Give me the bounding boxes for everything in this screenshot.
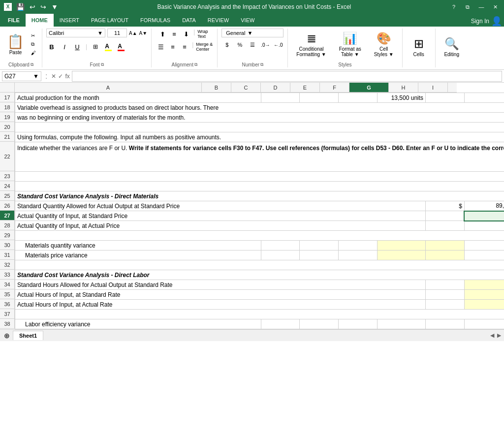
row-num-30[interactable]: 30	[0, 240, 15, 250]
row-num-25[interactable]: 25	[0, 191, 15, 201]
number-format-dropdown[interactable]: General ▼	[221, 29, 284, 37]
close-button[interactable]: ✕	[490, 2, 500, 12]
cell-d31[interactable]	[339, 251, 378, 260]
cell-b17[interactable]	[261, 93, 300, 103]
percent-button[interactable]: %	[234, 39, 245, 50]
cells-button[interactable]: ⊞ Cells	[407, 34, 431, 60]
confirm-formula-icon[interactable]: ✓	[58, 73, 63, 80]
cell-g38[interactable]	[464, 319, 504, 329]
number-expand-icon[interactable]: ⧉	[260, 62, 263, 67]
fill-color-button[interactable]: A	[103, 41, 114, 52]
wrap-text-button[interactable]: Wrap Text	[197, 29, 212, 39]
cancel-formula-icon[interactable]: ✕	[51, 73, 56, 80]
row-num-20[interactable]: 20	[0, 122, 15, 132]
row-num-24[interactable]: 24	[0, 181, 15, 191]
col-header-b[interactable]: B	[202, 83, 231, 93]
alignment-expand-icon[interactable]: ⧉	[194, 62, 197, 67]
font-color-button[interactable]: A	[116, 41, 126, 52]
cell-e38[interactable]	[378, 319, 426, 329]
sheet-scroll-left-button[interactable]: ◀	[489, 331, 495, 340]
col-header-a[interactable]: A	[15, 83, 202, 93]
cell-f38[interactable]	[426, 319, 465, 329]
cell-g30[interactable]	[464, 241, 504, 251]
cell-g27[interactable]	[464, 211, 504, 221]
cell-g36[interactable]	[464, 300, 504, 310]
copy-button[interactable]: ⧉	[29, 40, 38, 48]
tab-file[interactable]: FILE	[2, 14, 26, 27]
insert-function-icon[interactable]: fx	[65, 73, 69, 80]
cell-g34[interactable]	[464, 280, 504, 290]
cell-a23[interactable]	[15, 172, 504, 182]
undo-button[interactable]: ↩	[28, 2, 37, 12]
merge-center-button[interactable]: Merge & Center	[195, 41, 213, 52]
editing-button[interactable]: 🔍 Editing	[440, 34, 464, 60]
cut-button[interactable]: ✂	[29, 32, 38, 39]
tab-insert[interactable]: INSERT	[54, 14, 85, 27]
cell-c31[interactable]	[300, 251, 339, 260]
row-num-38[interactable]: 38	[0, 319, 15, 329]
cell-b31[interactable]	[261, 251, 300, 260]
minimize-button[interactable]: —	[476, 2, 486, 12]
col-header-f[interactable]: F	[320, 83, 349, 93]
tab-data[interactable]: DATA	[176, 14, 202, 27]
cell-f28[interactable]	[426, 221, 465, 231]
cell-e17[interactable]: 13,500 units	[378, 93, 426, 103]
cell-a29[interactable]	[15, 231, 504, 241]
restore-button[interactable]: ⧉	[463, 2, 472, 12]
col-header-h[interactable]: H	[389, 83, 418, 93]
cell-a25[interactable]: Standard Cost Variance Analysis - Direct…	[15, 191, 504, 201]
row-num-26[interactable]: 26	[0, 201, 15, 211]
qat-more-button[interactable]: ▼	[50, 2, 60, 12]
cell-a38[interactable]: Labor efficiency variance	[15, 319, 261, 329]
row-num-18[interactable]: 18	[0, 102, 15, 112]
col-header-d[interactable]: D	[261, 83, 290, 93]
row-num-35[interactable]: 35	[0, 289, 15, 299]
row-num-36[interactable]: 36	[0, 299, 15, 309]
cell-d30[interactable]	[339, 241, 378, 251]
row-num-32[interactable]: 32	[0, 260, 15, 270]
cell-g31[interactable]	[464, 251, 504, 260]
comma-button[interactable]: ☰	[247, 39, 258, 50]
cell-a30[interactable]: Materials quantity variance	[15, 241, 261, 251]
font-grow-button[interactable]: A▲	[129, 31, 137, 36]
cell-c17[interactable]	[300, 93, 339, 103]
row-num-28[interactable]: 28	[0, 220, 15, 230]
align-left-button[interactable]: ☰	[156, 41, 166, 52]
cell-a34[interactable]: Standard Hours Allowed for Actual Output…	[15, 280, 426, 290]
sheet-scroll-right-button[interactable]: ▶	[496, 331, 502, 340]
row-num-23[interactable]: 23	[0, 171, 15, 181]
currency-button[interactable]: $	[221, 39, 232, 50]
row-num-29[interactable]: 29	[0, 230, 15, 240]
col-header-g[interactable]: G	[349, 83, 389, 93]
cell-e30[interactable]	[378, 241, 426, 251]
cell-a18[interactable]: Variable overhead is assigned to product…	[15, 103, 504, 113]
format-painter-button[interactable]: 🖌	[29, 49, 38, 57]
row-num-22[interactable]: 22	[0, 142, 15, 171]
cell-a17[interactable]: Actual production for the month	[15, 93, 261, 103]
font-shrink-button[interactable]: A▼	[139, 31, 148, 36]
clipboard-expand-icon[interactable]: ⧉	[31, 62, 33, 67]
cell-f26[interactable]: $	[426, 201, 465, 211]
cell-g35[interactable]	[464, 290, 504, 300]
tab-formulas[interactable]: FORMULAS	[134, 14, 176, 27]
underline-button[interactable]: U	[72, 41, 83, 52]
redo-button[interactable]: ↪	[39, 2, 48, 12]
cell-a37[interactable]	[15, 310, 504, 319]
row-num-34[interactable]: 34	[0, 280, 15, 289]
cell-a22[interactable]: Indicate whether the variances are F or …	[15, 142, 504, 172]
col-header-i[interactable]: I	[418, 83, 448, 93]
borders-button[interactable]: ⊞	[90, 41, 101, 52]
font-expand-icon[interactable]: ⧉	[101, 62, 104, 67]
cell-a32[interactable]	[15, 260, 504, 270]
tab-page-layout[interactable]: PAGE LAYOUT	[85, 14, 134, 27]
cell-f27[interactable]	[426, 211, 465, 221]
align-right-button[interactable]: ≡	[179, 41, 190, 52]
align-middle-button[interactable]: ≡	[169, 29, 180, 39]
cell-g28[interactable]	[464, 221, 504, 231]
row-num-17[interactable]: 17	[0, 93, 15, 102]
cell-f31[interactable]	[426, 251, 465, 260]
row-num-21[interactable]: 21	[0, 132, 15, 142]
cell-b30[interactable]	[261, 241, 300, 251]
cell-f36[interactable]	[426, 300, 465, 310]
italic-button[interactable]: I	[59, 41, 70, 52]
